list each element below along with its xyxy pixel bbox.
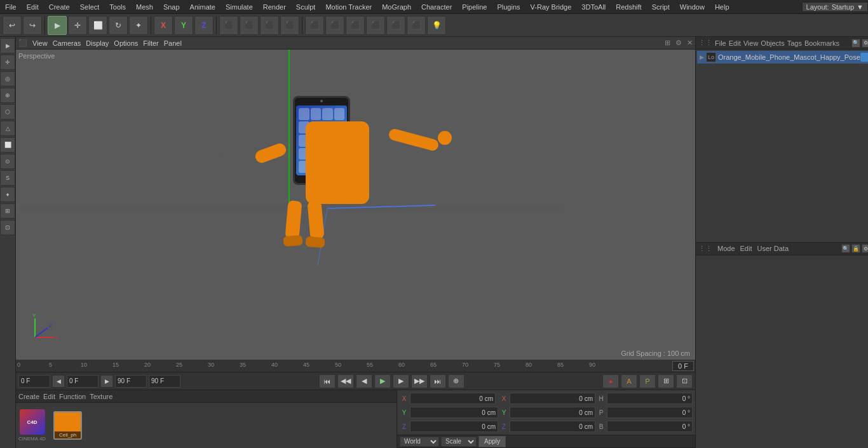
menu-mesh[interactable]: Mesh [131,2,158,12]
points-mode-button[interactable]: ⬛ [240,16,259,35]
left-tool-8[interactable]: S [0,170,15,186]
left-tool-0[interactable]: ▶ [0,38,15,53]
layout-value[interactable]: Startup [832,3,854,11]
menu-3dtoall[interactable]: 3DToAll [576,2,611,12]
axis-y-button[interactable]: Y [174,16,193,35]
left-tool-9[interactable]: ♦ [0,187,15,202]
objects-menu-edit[interactable]: Edit [729,39,741,47]
coord-z2-input[interactable] [510,421,595,432]
menu-redshift[interactable]: Redshift [611,2,646,12]
left-tool-10[interactable]: ⊞ [0,203,15,219]
viewport-menu-options[interactable]: Options [114,39,138,47]
attr-settings-icon[interactable]: ⚙ [862,244,868,253]
left-tool-2[interactable]: ◎ [0,71,15,86]
objects-list[interactable]: ▶ Lo Orange_Mobile_Phone_Mascot_Happy_Po… [696,50,868,242]
object-mode-button[interactable]: ⬛ [219,16,238,35]
viewport-expand-icon[interactable]: ⊞ [665,39,670,47]
menu-snap[interactable]: Snap [158,2,185,12]
menu-tools[interactable]: Tools [104,2,131,12]
objects-settings-icon[interactable]: ⚙ [862,39,868,48]
attr-tab-edit[interactable]: Edit [740,245,752,252]
prev-frame-input-btn[interactable]: ◀ [52,375,65,388]
mat-menu-texture[interactable]: Texture [90,393,112,400]
world-dropdown[interactable]: World Object Camera [400,437,439,447]
table-row[interactable]: ▶ Lo Orange_Mobile_Phone_Mascot_Happy_Po… [697,51,868,64]
menu-vray[interactable]: V-Ray Bridge [526,2,577,12]
viewport-menu-filter[interactable]: Filter [143,39,158,47]
edges-mode-button[interactable]: ⬛ [260,16,279,35]
step-forward-button[interactable]: ▶ [393,374,409,388]
left-tool-3[interactable]: ⊕ [0,88,15,103]
anim-mode-button[interactable]: ⊡ [676,374,693,388]
render-all-button[interactable]: ⬛ [386,16,405,35]
coord-b-input[interactable] [607,421,693,432]
menu-sculpt[interactable]: Sculpt [291,2,321,12]
step-back-button[interactable]: ◀ [356,374,372,388]
undo-button[interactable]: ↩ [3,16,22,35]
select-tool-button[interactable]: ▶ [48,16,67,35]
menu-simulate[interactable]: Simulate [220,2,258,12]
coord-x2-input[interactable] [510,393,595,404]
mat-menu-create[interactable]: Create [18,393,39,400]
axis-z-button[interactable]: Z [194,16,214,35]
menu-select[interactable]: Select [75,2,105,12]
menu-edit[interactable]: Edit [22,2,44,12]
viewport-menu-cameras[interactable]: Cameras [53,39,81,47]
objects-menu-tags[interactable]: Tags [787,39,802,47]
coord-h-input[interactable] [607,393,693,404]
anim-record-button[interactable]: ⬛ [407,16,426,35]
attr-lock-icon[interactable]: 🔒 [851,244,860,253]
render-region-button[interactable]: ⬛ [305,16,324,35]
layout-selector[interactable]: Layout: Startup ▼ [802,2,868,12]
menu-animate[interactable]: Animate [185,2,220,12]
rotate-tool-button[interactable]: ↻ [109,16,128,35]
menu-character[interactable]: Character [416,2,457,12]
next-keyframe-button[interactable]: ▶▶ [411,374,428,388]
attr-tab-userdata[interactable]: User Data [757,245,789,252]
viewport-close-icon[interactable]: ✕ [687,39,693,47]
axis-x-button[interactable]: X [154,16,173,35]
frame-display[interactable]: 0 F [672,361,694,371]
menu-window[interactable]: Window [675,2,710,12]
render-button[interactable]: ⬛ [346,16,365,35]
coord-y2-input[interactable] [510,407,595,418]
menu-plugins[interactable]: Plugins [492,2,525,12]
left-tool-4[interactable]: ⬡ [0,104,15,119]
preview-end-input[interactable] [149,375,180,388]
pkey-button[interactable]: P [639,374,656,388]
viewport-menu-view[interactable]: View [32,39,48,47]
scale-dropdown[interactable]: Scale Move Rotate [441,437,477,447]
menu-create[interactable]: Create [44,2,75,12]
redo-button[interactable]: ↪ [23,16,42,35]
prev-keyframe-button[interactable]: ◀◀ [337,374,354,388]
menu-script[interactable]: Script [647,2,675,12]
add-keyframe-button[interactable]: ⊕ [448,374,465,388]
autokey-button[interactable]: A [621,374,637,388]
viewport-menu-display[interactable]: Display [86,39,109,47]
mat-menu-function[interactable]: Function [59,393,86,400]
render-preview-button[interactable]: ⬛ [325,16,344,35]
light-button[interactable]: 💡 [427,16,446,35]
goto-end-button[interactable]: ⏭ [430,374,446,388]
menu-help[interactable]: Help [710,2,735,12]
apply-button[interactable]: Apply [478,436,506,447]
scale-tool-button[interactable]: ⬜ [88,16,107,35]
attr-search-icon[interactable]: 🔍 [841,244,850,253]
end-frame-input[interactable] [115,375,147,388]
left-tool-6[interactable]: ⬜ [0,137,15,153]
left-tool-11[interactable]: ⊡ [0,220,15,235]
goto-start-button[interactable]: ⏮ [319,374,336,388]
viewport-menu-panel[interactable]: Panel [164,39,182,47]
coord-x-input[interactable] [410,393,496,404]
frame-value-input[interactable] [67,375,98,388]
menu-pipeline[interactable]: Pipeline [457,2,492,12]
objects-search-icon[interactable]: 🔍 [851,39,860,48]
play-button[interactable]: ▶ [374,374,391,388]
left-tool-7[interactable]: ⊙ [0,154,15,169]
timeline-ruler[interactable]: 0 5 10 15 20 25 30 35 40 45 50 55 60 65 [16,360,695,372]
transform-tool-button[interactable]: ✦ [129,16,148,35]
viewport-settings-icon[interactable]: ⚙ [675,39,682,47]
material-thumbnail[interactable]: Cell_ph [53,411,82,440]
grid-keys-button[interactable]: ⊞ [658,374,674,388]
menu-file[interactable]: File [0,2,22,12]
